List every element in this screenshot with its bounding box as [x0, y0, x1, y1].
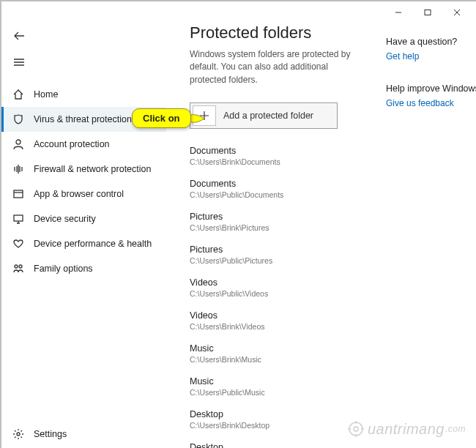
main-content: Protected folders Windows system folders…	[166, 23, 476, 448]
folder-name: Videos	[190, 310, 358, 321]
folder-path: C:\Users\Public\Documents	[190, 190, 358, 201]
sidebar-item-family[interactable]: Family options	[1, 256, 166, 281]
device-icon	[12, 213, 25, 225]
list-item[interactable]: PicturesC:\Users\Public\Pictures	[190, 244, 358, 266]
folder-path: C:\Users\Brink\Desktop	[190, 420, 358, 431]
annotation-callout-tail	[190, 111, 206, 126]
folder-path: C:\Users\Public\Pictures	[190, 255, 358, 266]
list-item[interactable]: DesktopC:\Users\Public\Desktop	[190, 441, 358, 448]
family-icon	[12, 263, 25, 275]
sidebar-item-label: Virus & threat protection	[34, 114, 132, 124]
annotation-callout: Click on	[132, 108, 206, 128]
folder-name: Music	[190, 343, 358, 354]
folder-name: Desktop	[190, 408, 358, 420]
account-icon	[12, 138, 25, 150]
improve-heading: Help improve Windows Security	[386, 83, 476, 94]
list-item[interactable]: DocumentsC:\Users\Brink\Documents	[190, 145, 358, 168]
right-column: Have a question? Get help Help improve W…	[386, 37, 476, 130]
list-item[interactable]: VideosC:\Users\Brink\Videos	[190, 310, 358, 332]
svg-rect-3	[14, 215, 23, 221]
folder-path: C:\Users\Brink\Music	[190, 354, 358, 365]
page-title: Protected folders	[190, 23, 358, 42]
annotation-callout-text: Click on	[132, 108, 191, 128]
sidebar: Home Virus & threat protection Account p…	[1, 23, 166, 448]
list-item[interactable]: VideosC:\Users\Public\Videos	[190, 277, 358, 299]
svg-point-1	[16, 140, 21, 144]
shield-icon	[12, 113, 25, 125]
sidebar-item-app-browser[interactable]: App & browser control	[1, 182, 166, 206]
list-item[interactable]: MusicC:\Users\Public\Music	[190, 376, 358, 398]
list-item[interactable]: DocumentsC:\Users\Public\Documents	[190, 178, 358, 201]
list-item[interactable]: MusicC:\Users\Brink\Music	[190, 343, 358, 365]
sidebar-item-label: Home	[34, 89, 58, 100]
folder-path: C:\Users\Public\Videos	[190, 288, 358, 299]
list-item[interactable]: PicturesC:\Users\Brink\Pictures	[190, 211, 358, 234]
sidebar-item-label: Account protection	[34, 139, 110, 149]
window-minimize-button[interactable]	[384, 2, 413, 23]
sidebar-item-label: Firewall & network protection	[34, 164, 151, 174]
add-protected-folder-label: Add a protected folder	[223, 111, 313, 121]
add-protected-folder-button[interactable]: Add a protected folder	[190, 102, 338, 129]
heart-icon	[12, 238, 25, 250]
sidebar-item-settings[interactable]: Settings	[1, 420, 166, 448]
feedback-link[interactable]: Give us feedback	[386, 98, 476, 108]
sidebar-item-firewall[interactable]: Firewall & network protection	[1, 157, 166, 182]
folder-name: Desktop	[190, 441, 358, 448]
svg-point-4	[15, 265, 18, 268]
svg-rect-0	[425, 10, 431, 15]
folder-name: Music	[190, 376, 358, 387]
app-icon	[12, 188, 25, 200]
window-close-button[interactable]	[442, 2, 472, 23]
svg-point-6	[17, 433, 20, 436]
folder-name: Documents	[190, 178, 358, 190]
sidebar-item-device-security[interactable]: Device security	[1, 206, 166, 231]
gear-icon	[12, 428, 25, 440]
folder-name: Documents	[190, 145, 358, 157]
sidebar-item-label: Family options	[34, 264, 93, 274]
window-maximize-button[interactable]	[413, 2, 442, 23]
list-item[interactable]: DesktopC:\Users\Brink\Desktop	[190, 408, 358, 431]
folder-path: C:\Users\Brink\Documents	[190, 157, 358, 168]
hamburger-menu-button[interactable]	[9, 51, 35, 73]
folder-name: Videos	[190, 277, 358, 288]
sidebar-settings-label: Settings	[34, 429, 67, 439]
back-button[interactable]	[9, 25, 35, 47]
question-heading: Have a question?	[386, 37, 476, 47]
window-titlebar	[1, 1, 476, 23]
sidebar-item-label: Device security	[34, 214, 96, 224]
sidebar-item-label: Device performance & health	[34, 239, 152, 249]
folder-path: C:\Users\Brink\Pictures	[190, 223, 358, 234]
folder-path: C:\Users\Public\Music	[190, 387, 358, 398]
folder-name: Pictures	[190, 244, 358, 255]
svg-rect-2	[14, 190, 23, 198]
sidebar-item-home[interactable]: Home	[1, 82, 166, 107]
sidebar-item-label: App & browser control	[34, 189, 124, 199]
home-icon	[12, 89, 25, 100]
signal-icon	[12, 163, 25, 175]
folder-path: C:\Users\Brink\Videos	[190, 321, 358, 332]
page-description: Windows system folders are protected by …	[190, 48, 351, 86]
get-help-link[interactable]: Get help	[386, 51, 476, 61]
svg-point-5	[19, 265, 22, 268]
sidebar-item-account[interactable]: Account protection	[1, 132, 166, 157]
protected-folders-list: DocumentsC:\Users\Brink\Documents Docume…	[190, 145, 358, 448]
sidebar-item-performance[interactable]: Device performance & health	[1, 231, 166, 256]
folder-name: Pictures	[190, 211, 358, 223]
